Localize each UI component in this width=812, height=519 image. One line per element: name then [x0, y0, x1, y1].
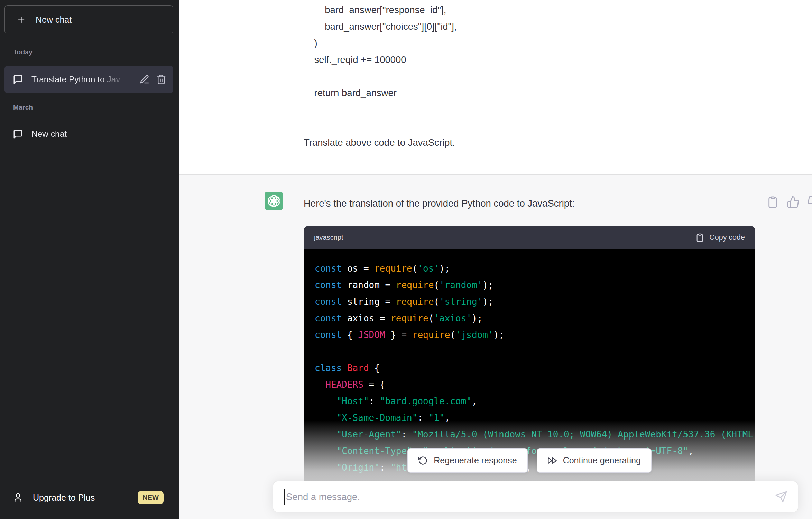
code-content: const os = require('os');const random = …: [304, 249, 755, 476]
copy-message-icon[interactable]: [766, 196, 779, 208]
sidebar-item-new-chat[interactable]: New chat: [4, 123, 173, 145]
regenerate-response-button[interactable]: Regenerate response: [407, 448, 527, 473]
continue-generating-button[interactable]: Continue generating: [537, 448, 652, 473]
fast-forward-icon: [547, 456, 557, 465]
edit-pencil-icon[interactable]: [139, 74, 150, 85]
send-message-button[interactable]: [775, 491, 787, 503]
assistant-message-row: Here's the translation of the provided P…: [179, 174, 812, 519]
regenerate-label: Regenerate response: [434, 455, 517, 465]
send-paper-plane-icon: [775, 491, 787, 503]
copy-code-button[interactable]: Copy code: [695, 233, 745, 242]
chat-bubble-icon: [13, 129, 23, 139]
user-message-row: bard_answer["response_id"], bard_answer[…: [179, 0, 812, 174]
new-badge: NEW: [138, 491, 164, 504]
user-icon: [13, 492, 23, 503]
history-section-today: Today: [13, 48, 33, 56]
new-chat-button[interactable]: New chat: [4, 5, 173, 34]
conversation-pane: bard_answer["response_id"], bard_answer[…: [179, 0, 812, 519]
openai-logo-icon: [267, 194, 281, 208]
delete-trash-icon[interactable]: [156, 74, 166, 85]
chat-title: Translate Python to Jav: [31, 75, 131, 84]
upgrade-to-plus-button[interactable]: Upgrade to Plus NEW: [4, 487, 173, 509]
sidebar: New chat Today Translate Python to Jav M…: [0, 0, 179, 519]
continue-label: Continue generating: [563, 455, 641, 465]
chat-bubble-icon: [13, 74, 23, 85]
code-language-label: javascript: [314, 234, 343, 242]
chatgpt-app: New chat Today Translate Python to Jav M…: [0, 0, 812, 519]
thumbs-up-icon[interactable]: [787, 196, 800, 208]
sidebar-item-translate-python[interactable]: Translate Python to Jav: [4, 66, 173, 93]
user-message-text: bard_answer["response_id"], bard_answer[…: [304, 2, 457, 151]
message-actions: [766, 196, 812, 208]
copy-code-label: Copy code: [709, 233, 745, 242]
chatgpt-avatar: [265, 192, 283, 210]
chat-title: New chat: [31, 129, 131, 139]
regenerate-icon: [418, 456, 428, 465]
assistant-intro-text: Here's the translation of the provided P…: [304, 195, 574, 212]
upgrade-label: Upgrade to Plus: [33, 493, 95, 503]
new-chat-label: New chat: [36, 15, 72, 25]
code-block-header: javascript Copy code: [304, 226, 755, 249]
message-composer[interactable]: Send a message.: [273, 481, 798, 512]
composer-placeholder: Send a message.: [286, 491, 775, 502]
plus-icon: [17, 15, 26, 25]
history-section-march: March: [13, 104, 33, 111]
clipboard-icon: [695, 233, 704, 242]
thumbs-down-icon[interactable]: [807, 196, 812, 208]
text-cursor: [284, 489, 285, 505]
response-actions: Regenerate response Continue generating: [304, 448, 755, 473]
